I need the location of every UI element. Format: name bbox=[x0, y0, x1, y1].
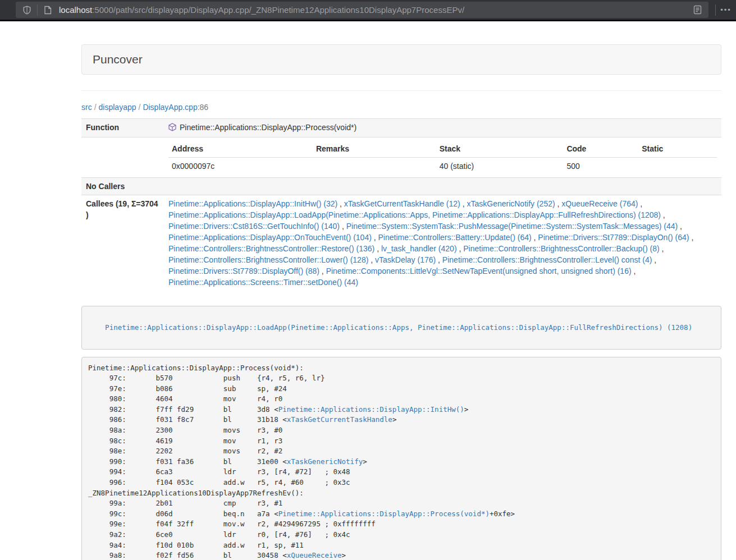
disassembly-symbol-link[interactable]: Pinetime::Applications::DisplayApp::Proc… bbox=[278, 509, 490, 518]
callee-link[interactable]: Pinetime::Controllers::BrightnessControl… bbox=[463, 244, 659, 253]
callees-row: Callees (19, Σ=3704 ) Pinetime::Applicat… bbox=[81, 195, 721, 291]
callees-list: Pinetime::Applications::DisplayApp::Init… bbox=[164, 195, 721, 291]
code-value: 500 bbox=[563, 158, 638, 175]
callee-link[interactable]: Pinetime::System::SystemTask::PushMessag… bbox=[346, 222, 678, 231]
reader-mode-icon[interactable] bbox=[691, 3, 704, 17]
url-bar[interactable]: localhost:5000/path/src/displayapp/Displ… bbox=[16, 2, 708, 18]
callee-separator: , bbox=[340, 222, 346, 231]
disassembly-symbol-link[interactable]: xQueueReceive bbox=[287, 551, 342, 559]
static-value bbox=[638, 158, 717, 175]
table-row: 0x0000097c 40 (static) 500 bbox=[168, 158, 717, 175]
callee-link[interactable]: Pinetime::Controllers::BrightnessControl… bbox=[168, 255, 368, 264]
callee-link[interactable]: Pinetime::Applications::DisplayApp::OnTo… bbox=[168, 233, 372, 242]
disassembly-listing: Pinetime::Applications::DisplayApp::Proc… bbox=[81, 357, 721, 560]
callee-link[interactable]: Pinetime::Controllers::Battery::Update()… bbox=[378, 233, 532, 242]
callee-link[interactable]: xTaskGenericNotify (252) bbox=[467, 199, 555, 208]
symbol-cube-icon bbox=[168, 123, 176, 134]
disassembly-symbol-link[interactable]: xTaskGenericNotify bbox=[287, 457, 363, 466]
disassembly-symbol-link[interactable]: xTaskGetCurrentTaskHandle bbox=[287, 415, 392, 424]
callee-link[interactable]: Pinetime::Applications::Screens::Timer::… bbox=[168, 278, 358, 287]
callee-separator: , bbox=[457, 244, 464, 253]
highlighted-symbol-box: Pinetime::Applications::DisplayApp::Load… bbox=[81, 306, 721, 350]
column-header-stack: Stack bbox=[436, 140, 564, 158]
app-header-panel: Puncover bbox=[81, 44, 721, 75]
divider bbox=[81, 90, 721, 91]
callee-separator: , bbox=[638, 199, 642, 208]
breadcrumb-separator: / bbox=[136, 103, 143, 112]
callee-separator: , bbox=[660, 244, 664, 253]
column-header-code: Code bbox=[563, 140, 638, 158]
callee-separator: , bbox=[689, 233, 694, 242]
callee-link[interactable]: lv_task_handler (420) bbox=[381, 244, 457, 253]
breadcrumb-file-link[interactable]: DisplayApp.cpp bbox=[143, 103, 197, 112]
function-table: Function Pinetime::Applications::Display… bbox=[81, 118, 721, 291]
callee-separator: , bbox=[368, 255, 375, 264]
callee-separator: , bbox=[555, 199, 562, 208]
callee-separator: , bbox=[319, 267, 326, 276]
callee-separator: , bbox=[652, 255, 656, 264]
column-header-remarks: Remarks bbox=[313, 140, 436, 158]
page-title: Puncover bbox=[93, 53, 143, 66]
browser-toolbar: localhost:5000/path/src/displayapp/Displ… bbox=[0, 0, 736, 20]
function-row: Function Pinetime::Applications::Display… bbox=[81, 119, 721, 137]
callee-link[interactable]: Pinetime::Applications::DisplayApp::Init… bbox=[168, 199, 337, 208]
column-header-address: Address bbox=[168, 140, 313, 158]
callee-link[interactable]: xTaskGetCurrentTaskHandle (12) bbox=[344, 199, 460, 208]
breadcrumb-displayapp-link[interactable]: displayapp bbox=[99, 103, 136, 112]
shield-icon[interactable] bbox=[20, 3, 34, 17]
function-name: Pinetime::Applications::DisplayApp::Proc… bbox=[180, 123, 356, 132]
function-details-row: Address Remarks Stack Code Static 0x0000… bbox=[81, 137, 721, 178]
callee-link[interactable]: vTaskDelay (176) bbox=[375, 255, 436, 264]
callee-separator: , bbox=[372, 233, 378, 242]
breadcrumb: src/displayapp/DisplayApp.cpp:86 bbox=[81, 102, 721, 113]
function-details-table: Address Remarks Stack Code Static 0x0000… bbox=[168, 140, 717, 175]
callee-link[interactable]: xQueueReceive (764) bbox=[561, 199, 638, 208]
meatball-menu-icon[interactable]: ••• bbox=[719, 3, 733, 17]
toolbar-divider bbox=[715, 4, 716, 16]
disassembly-symbol-link[interactable]: Pinetime::Applications::DisplayApp::Init… bbox=[278, 405, 464, 414]
callee-link[interactable]: Pinetime::Drivers::Cst816S::GetTouchInfo… bbox=[168, 222, 340, 231]
callee-separator: , bbox=[532, 233, 538, 242]
callee-separator: , bbox=[337, 199, 344, 208]
callee-link[interactable]: Pinetime::Components::LittleVgl::SetNewT… bbox=[326, 267, 632, 276]
no-callers-row: No Callers bbox=[81, 178, 721, 195]
breadcrumb-separator: / bbox=[92, 103, 99, 112]
address-value: 0x0000097c bbox=[168, 158, 313, 175]
callee-separator: , bbox=[661, 210, 665, 219]
function-row-label: Function bbox=[81, 119, 164, 137]
no-callers-label: No Callers bbox=[81, 178, 164, 195]
callee-separator: , bbox=[678, 222, 682, 231]
callee-separator: , bbox=[632, 267, 636, 276]
remarks-value bbox=[313, 158, 436, 175]
callee-link[interactable]: Pinetime::Controllers::BrightnessControl… bbox=[168, 244, 374, 253]
callee-separator: , bbox=[374, 244, 381, 253]
callee-link[interactable]: Pinetime::Controllers::BrightnessControl… bbox=[442, 255, 652, 264]
toolbar-divider bbox=[37, 4, 38, 16]
callee-link[interactable]: Pinetime::Applications::DisplayApp::Load… bbox=[168, 210, 661, 219]
callee-separator: , bbox=[436, 255, 442, 264]
callee-link[interactable]: Pinetime::Drivers::St7789::DisplayOn() (… bbox=[538, 233, 689, 242]
breadcrumb-line-number: :86 bbox=[198, 103, 208, 112]
stack-value: 40 (static) bbox=[436, 158, 564, 175]
breadcrumb-src-link[interactable]: src bbox=[81, 103, 92, 112]
url-text: localhost:5000/path/src/displayapp/Displ… bbox=[59, 5, 691, 15]
callee-separator: , bbox=[460, 199, 467, 208]
page-icon[interactable] bbox=[41, 3, 54, 17]
column-header-static: Static bbox=[638, 140, 717, 158]
highlighted-symbol-link[interactable]: Pinetime::Applications::DisplayApp::Load… bbox=[105, 323, 692, 332]
page-content: Puncover src/displayapp/DisplayApp.cpp:8… bbox=[81, 44, 721, 560]
callee-link[interactable]: Pinetime::Drivers::St7789::DisplayOff() … bbox=[168, 267, 319, 276]
url-path: :5000/path/src/displayapp/DisplayApp.cpp… bbox=[92, 5, 464, 15]
browser-chrome-edge bbox=[0, 20, 736, 21]
callees-label: Callees (19, Σ=3704 ) bbox=[81, 195, 164, 291]
url-host: localhost bbox=[59, 5, 92, 15]
